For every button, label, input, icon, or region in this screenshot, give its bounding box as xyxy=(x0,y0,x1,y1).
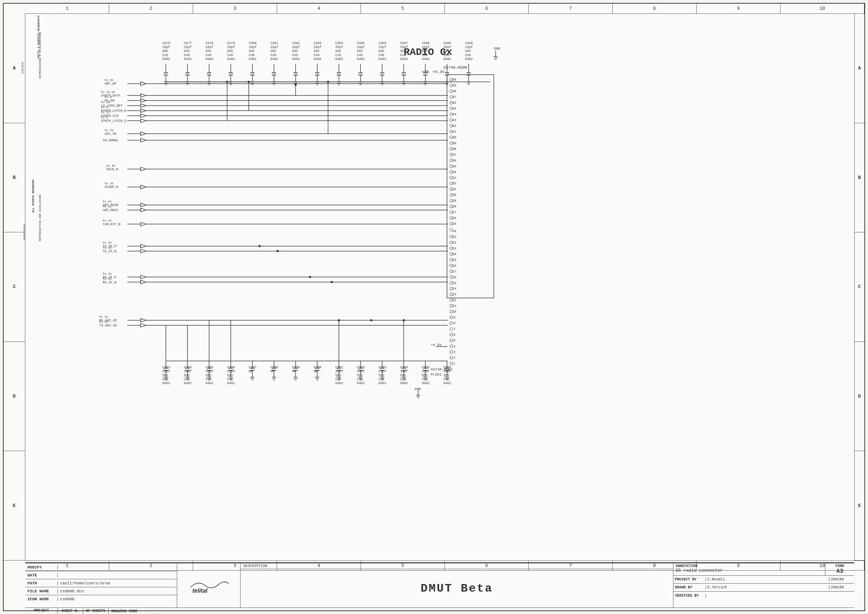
cap-cs76: CS76 33pf 50V CoG 0402 xyxy=(162,42,170,85)
svg-text:CS83: CS83 xyxy=(314,42,322,45)
tx-if-n-label: TX_IF_N xyxy=(103,250,117,253)
svg-text:0402: 0402 xyxy=(443,57,451,61)
svg-text:CS85: CS85 xyxy=(357,42,365,45)
svg-text:33pf: 33pf xyxy=(162,45,170,49)
svg-text:CS94: CS94 xyxy=(184,366,192,369)
svg-text:6: 6 xyxy=(454,333,455,337)
svg-text:0402: 0402 xyxy=(271,57,278,61)
svg-text:11: 11 xyxy=(453,304,456,308)
svg-marker-352 xyxy=(141,222,146,226)
svg-text:50V: 50V xyxy=(271,50,277,53)
sheet-label: SHEET N. xyxy=(61,609,79,613)
svg-text:0402: 0402 xyxy=(205,57,213,61)
svg-text:CS98: CS98 xyxy=(271,366,278,369)
svg-text:50V: 50V xyxy=(227,50,233,53)
svg-text:50V: 50V xyxy=(314,50,320,53)
svg-text:33pf: 33pf xyxy=(335,45,343,49)
svg-text:Pu IO,IA: Pu IO,IA xyxy=(101,90,115,94)
svg-text:50V: 50V xyxy=(422,50,428,53)
cap-cs77: CS77 33pf 50V CoG 0402 xyxy=(184,42,192,85)
svg-text:0402: 0402 xyxy=(422,381,430,385)
svg-text:45: 45 xyxy=(453,107,456,110)
svg-point-282 xyxy=(450,362,453,365)
cap-cs05: CS05 33pf 50V CoG 0402 xyxy=(422,361,430,385)
cap-cs88: CS88 33pf 50V CoG 0402 xyxy=(422,42,430,85)
col-8: 8 xyxy=(613,4,697,13)
svg-marker-323 xyxy=(141,132,146,135)
telital-logo: telital xyxy=(187,577,230,594)
svg-text:44: 44 xyxy=(453,113,456,116)
svg-text:31: 31 xyxy=(453,188,456,191)
svg-text:Pu IO: Pu IO xyxy=(101,110,110,114)
svg-text:50V: 50V xyxy=(205,374,212,377)
svg-text:0402: 0402 xyxy=(379,57,387,61)
svg-text:28: 28 xyxy=(453,205,456,209)
svg-text:43: 43 xyxy=(453,119,456,122)
svg-text:CoG: CoG xyxy=(422,53,428,57)
svg-text:Pu IO: Pu IO xyxy=(106,164,115,167)
svg-text:36: 36 xyxy=(453,159,456,163)
svg-text:33pf: 33pf xyxy=(443,45,451,49)
col-9: 9 xyxy=(697,4,781,13)
svg-text:CoG: CoG xyxy=(443,53,449,57)
svg-text:2: 2 xyxy=(454,356,455,360)
svg-text:50V: 50V xyxy=(205,50,212,53)
svg-text:50V: 50V xyxy=(292,50,298,53)
svg-text:50V: 50V xyxy=(379,374,385,377)
row-r-d: D xyxy=(855,342,864,451)
cap-cs90: CS90 13pf 50V CoG 0402 xyxy=(465,42,473,85)
path-value: caell/home/users/area xyxy=(58,581,177,585)
svg-text:12: 12 xyxy=(453,299,456,302)
svg-text:23: 23 xyxy=(453,235,456,239)
svg-text:CS05: CS05 xyxy=(422,366,430,369)
svg-text:33pf: 33pf xyxy=(249,45,257,49)
form-label: FORM xyxy=(835,564,844,568)
of-sheets-label: OF SHEETS xyxy=(86,609,105,613)
row-r-a: A xyxy=(855,14,864,123)
svg-point-558 xyxy=(403,319,405,321)
svg-text:33pf: 33pf xyxy=(292,45,300,49)
cap-cs82: CS82 33pf 50V CoG 0402 xyxy=(292,42,300,85)
svg-text:33pf: 33pf xyxy=(271,45,278,49)
description-area: DESCRIPTION DMUT Beta xyxy=(241,563,674,608)
svg-text:Pu IO: Pu IO xyxy=(104,129,113,132)
cap-cs02: CS02 33pf 50V CoG 0402 xyxy=(357,361,365,385)
svg-text:0402: 0402 xyxy=(443,381,451,385)
svg-text:30: 30 xyxy=(453,193,456,197)
svg-marker-369 xyxy=(141,275,146,279)
svg-text:CoG: CoG xyxy=(335,378,341,381)
svg-marker-338 xyxy=(141,185,146,189)
svg-text:39: 39 xyxy=(453,142,456,145)
svg-text:CoG: CoG xyxy=(162,378,168,381)
svg-text:3: 3 xyxy=(454,350,455,354)
svg-text:Pu O: Pu O xyxy=(101,116,108,119)
svg-text:Pu IO: Pu IO xyxy=(99,315,108,318)
synth-latch-s-label: SYNTH_LATCH_S xyxy=(101,119,126,123)
svg-text:CS01: CS01 xyxy=(335,366,343,369)
svg-text:CS06: CS06 xyxy=(443,366,451,369)
svg-text:Pu IO: Pu IO xyxy=(99,320,108,323)
gnd-top: GND xyxy=(494,47,500,51)
row-markers-right: A B C D E xyxy=(854,14,864,561)
svg-text:13: 13 xyxy=(453,293,456,296)
cap-cs87: CS87 33pf 50V CoG 0402 xyxy=(400,42,408,85)
gnd-bottom: GND xyxy=(414,387,421,391)
svg-text:0402: 0402 xyxy=(335,381,343,385)
svg-text:48: 48 xyxy=(453,90,456,93)
cap-cs00: CS00 Nm xyxy=(314,361,322,380)
svg-text:CoG: CoG xyxy=(184,378,190,381)
logo-area: telital xyxy=(177,563,241,608)
svg-marker-297 xyxy=(141,99,146,102)
svg-point-269 xyxy=(450,322,453,324)
svg-marker-305 xyxy=(141,109,146,112)
svg-text:50V: 50V xyxy=(162,374,168,377)
svg-text:CS04: CS04 xyxy=(400,366,408,369)
adc-mux1-label: ADC_MUX1 xyxy=(103,209,118,212)
svg-text:CS96: CS96 xyxy=(227,366,235,369)
svg-marker-348 xyxy=(141,208,146,212)
svg-text:33: 33 xyxy=(453,176,456,180)
svg-text:Pu IA: Pu IA xyxy=(101,101,110,104)
svg-text:49: 49 xyxy=(453,84,456,87)
col-1: 1 xyxy=(25,4,109,13)
svg-text:0402: 0402 xyxy=(335,57,343,61)
